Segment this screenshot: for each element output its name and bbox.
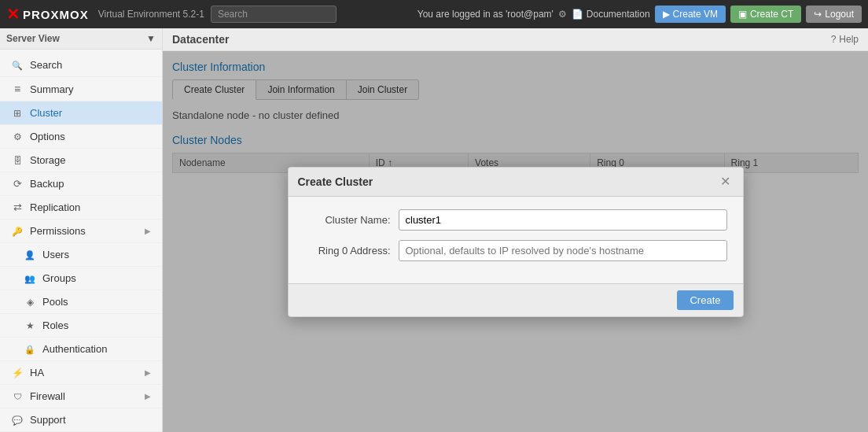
nav-item-options[interactable]: Options (0, 125, 162, 149)
ring0-input[interactable] (399, 240, 727, 261)
help-label: Help (839, 34, 859, 45)
backup-nav-icon (11, 178, 24, 190)
cluster-name-label: Cluster Name: (304, 214, 399, 226)
nav-replication-label: Replication (30, 201, 80, 213)
nav-users-label: Users (42, 249, 69, 260)
nav-item-search[interactable]: Search (0, 54, 162, 77)
gear-icon[interactable]: ⚙ (558, 9, 567, 20)
search-input[interactable] (211, 6, 337, 23)
documentation-link[interactable]: 📄 Documentation (572, 9, 650, 20)
content-title: Datacenter (172, 33, 229, 46)
logo-x: ✕ (6, 5, 20, 24)
doc-icon: 📄 (572, 9, 583, 20)
server-view-chevron: ▼ (146, 33, 156, 44)
cluster-name-input[interactable] (399, 209, 727, 231)
modal-body: Cluster Name: Ring 0 Address: (289, 197, 743, 283)
nav-item-roles[interactable]: Roles (0, 314, 162, 338)
modal-title: Create Cluster (298, 175, 373, 188)
nav-backup-label: Backup (30, 178, 64, 190)
nav-search-label: Search (30, 59, 62, 71)
nav-item-storage[interactable]: Storage (0, 149, 162, 172)
cluster-name-row: Cluster Name: (304, 209, 727, 231)
create-vm-button[interactable]: ▶ Create VM (655, 6, 726, 23)
question-icon: ? (831, 34, 837, 45)
create-vm-label: Create VM (673, 9, 718, 20)
close-icon: ✕ (720, 174, 730, 189)
content-body: Cluster Information Create Cluster Join … (163, 51, 868, 432)
nav-item-groups[interactable]: Groups (0, 267, 162, 290)
ring0-row: Ring 0 Address: (304, 240, 727, 261)
modal-footer: Create (289, 283, 743, 316)
nav-auth-label: Authentication (42, 343, 107, 355)
nav-pools-label: Pools (42, 296, 68, 308)
nav-options-label: Options (30, 131, 65, 142)
modal-overlay: Create Cluster ✕ Cluster Name: Ring 0 Ad… (163, 51, 868, 432)
nav-summary-label: Summary (30, 83, 74, 95)
nav-item-authentication[interactable]: Authentication (0, 338, 162, 361)
nav-item-firewall[interactable]: Firewall ▶ (0, 385, 162, 408)
nav-roles-label: Roles (42, 319, 68, 331)
options-nav-icon (11, 131, 24, 142)
search-nav-icon (11, 60, 24, 71)
summary-nav-icon (11, 83, 24, 95)
nav-item-permissions[interactable]: Permissions ▶ (0, 220, 162, 243)
logout-icon: ↪ (814, 9, 822, 20)
content-header: Datacenter ? Help (163, 28, 868, 51)
nav-groups-label: Groups (42, 272, 76, 284)
help-button[interactable]: ? Help (831, 34, 859, 45)
storage-nav-icon (11, 155, 24, 166)
pools-nav-icon (24, 297, 36, 308)
replication-nav-icon (11, 201, 24, 213)
nav-storage-label: Storage (30, 154, 66, 166)
nav-item-replication[interactable]: Replication (0, 196, 162, 220)
modal-header: Create Cluster ✕ (289, 168, 743, 197)
ring0-label: Ring 0 Address: (304, 245, 399, 257)
permissions-chevron: ▶ (145, 227, 151, 235)
roles-nav-icon (24, 320, 36, 331)
nav-cluster-label: Cluster (30, 107, 62, 119)
nav-item-ha[interactable]: HA ▶ (0, 361, 162, 385)
create-cluster-modal: Create Cluster ✕ Cluster Name: Ring 0 Ad… (288, 167, 744, 317)
server-view-label: Server View (6, 33, 60, 44)
logo-text: PROXMOX (23, 8, 89, 21)
nav-item-pools[interactable]: Pools (0, 290, 162, 314)
create-ct-button[interactable]: ▣ Create CT (730, 6, 801, 23)
nav-item-summary[interactable]: Summary (0, 77, 162, 102)
nav-firewall-label: Firewall (30, 390, 65, 402)
nav-support-label: Support (30, 414, 66, 426)
users-nav-icon (24, 249, 36, 260)
firewall-chevron: ▶ (145, 392, 151, 401)
nav-item-support[interactable]: Support (0, 408, 162, 432)
cluster-nav-icon (11, 108, 24, 119)
nav-item-backup[interactable]: Backup (0, 172, 162, 196)
status-text: You are logged in as 'root@pam' (417, 9, 554, 20)
logo: ✕ PROXMOX Virtual Environment 5.2-1 (6, 5, 204, 24)
nav-item-cluster[interactable]: Cluster (0, 102, 162, 125)
nav-ha-label: HA (30, 367, 44, 378)
nav-item-users[interactable]: Users (0, 243, 162, 267)
logo-version: Virtual Environment 5.2-1 (98, 9, 204, 20)
login-status: You are logged in as 'root@pam' ⚙ 📄 Docu… (417, 6, 862, 23)
server-view-header[interactable]: Server View ▼ (0, 28, 162, 50)
auth-nav-icon (24, 344, 36, 355)
logout-button[interactable]: ↪ Logout (806, 6, 862, 23)
vm-icon: ▶ (663, 9, 670, 20)
ha-nav-icon (11, 367, 24, 378)
logout-label: Logout (825, 9, 854, 20)
create-ct-label: Create CT (750, 9, 793, 20)
ha-chevron: ▶ (145, 368, 151, 377)
nav-permissions-label: Permissions (30, 225, 86, 237)
modal-create-button[interactable]: Create (677, 290, 733, 310)
groups-nav-icon (24, 273, 36, 284)
support-nav-icon (11, 415, 24, 426)
firewall-nav-icon (11, 391, 24, 402)
documentation-label: Documentation (587, 9, 650, 20)
modal-close-button[interactable]: ✕ (718, 174, 734, 190)
permissions-nav-icon (11, 226, 24, 237)
nav-menu: Search Summary Cluster Options Storage B… (0, 54, 162, 432)
ct-icon: ▣ (738, 9, 747, 20)
